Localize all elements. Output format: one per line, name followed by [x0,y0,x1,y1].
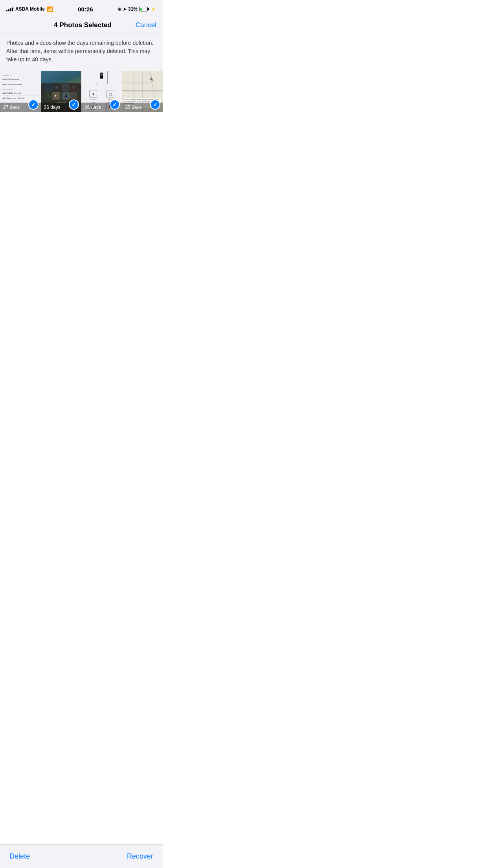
device-icon: □ [106,90,114,98]
chevron-icon: › [38,92,39,94]
subscribed-label: Add Subscribed Calendar [2,97,25,99]
chevron-icon: › [38,97,39,99]
custom-label: Custom [90,99,96,101]
photo-cell-3[interactable]: 📱 ✦ Custom □ Device ◉ Siri [81,71,122,112]
phone-device-icon: 📱 [96,71,108,85]
battery-icon [139,7,149,11]
wifi-icon: 📶 [47,6,53,12]
photo-cell-2[interactable]: 🗺 🕐 ☁ 📰 🏠 🎵 📊 📝 ✦ 📱 Custom Device 26 day… [41,71,82,112]
notif-device-icon: 📱 [62,92,70,100]
icon-box-custom: ✦ Custom [85,90,101,101]
cancel-button[interactable]: Cancel [136,21,156,29]
chevron-icon: › [38,78,39,81]
location-icon: ⊕ [118,7,121,12]
phone-icon-row: 📱 [83,71,121,85]
signal-bars-icon [6,7,13,11]
check-badge-3: ✓ [110,99,120,110]
days-text-2: 26 days [44,105,61,110]
calendars-section-header: CALENDARS [2,87,39,91]
days-text-1: 27 days [3,105,20,110]
settings-row-carddav: Add CardDAV Account › [2,82,39,87]
carddav-label: Add CardDAV Account [2,83,22,86]
custom-icon: ✦ [89,90,97,98]
notif-icon-row: ✦ 📱 [52,92,70,100]
caldav-label: Add CalDAV Account [2,92,21,94]
settings-row-ldap: Add LDAP Account › [2,77,39,82]
days-text-4: 25 days [125,105,142,110]
charging-icon: ⚡ [151,7,156,12]
status-right: ⊕ ➤ 31% ⚡ [118,6,156,12]
nav-bar: 4 Photos Selected Cancel [0,17,163,33]
battery-percent: 31% [128,6,138,12]
chevron-icon: › [38,83,39,86]
photos-grid: CONTACTS Add LDAP Account › Add CardDAV … [0,71,163,112]
notif-custom-icon: ✦ [52,92,60,100]
contacts-section-header: CONTACTS [2,74,39,77]
check-badge-4: ✓ [150,99,160,110]
status-left: ASDA Mobile 📶 [6,6,53,12]
carrier-label: ASDA Mobile [15,6,45,12]
photo-cell-1[interactable]: CONTACTS Add LDAP Account › Add CardDAV … [0,71,41,112]
info-box: Photos and videos show the days remainin… [0,33,163,71]
navigation-icon: ➤ [123,7,127,12]
days-text-3: 26 days [84,105,101,110]
icon-box-device: □ Device [103,90,118,101]
status-time: 00:26 [78,6,93,13]
info-text: Photos and videos show the days remainin… [6,39,156,64]
nav-title: 4 Photos Selected [54,21,111,29]
photo-cell-4[interactable]: If your car supports wireless CarPlay, p… [122,71,163,112]
check-badge-1: ✓ [28,99,39,110]
settings-row-caldav: Add CalDAV Account › [2,91,39,96]
status-bar: ASDA Mobile 📶 00:26 ⊕ ➤ 31% ⚡ [0,0,163,17]
ldap-label: Add LDAP Account [2,78,19,81]
check-badge-2: ✓ [69,99,79,110]
